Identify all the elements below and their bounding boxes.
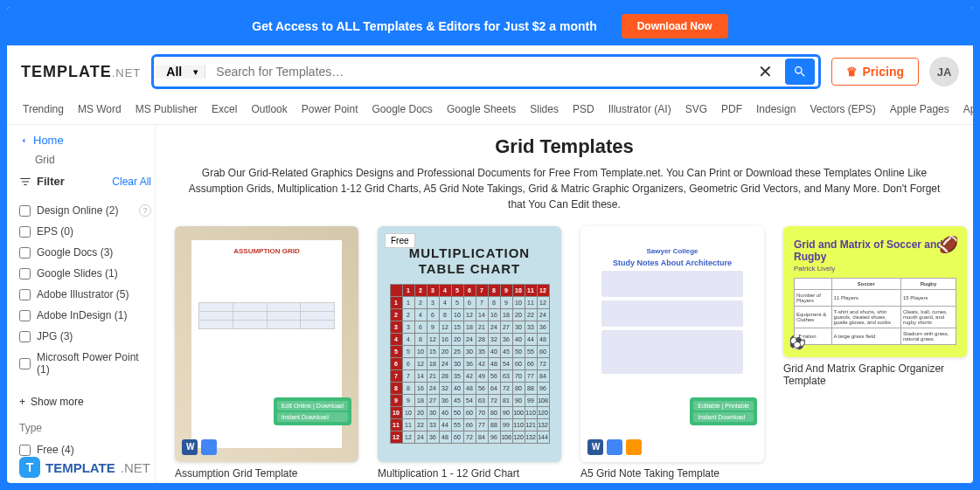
logo[interactable]: TEMPLATE.NET bbox=[21, 63, 141, 81]
sidebar: Home Grid Filter Clear All Design Online… bbox=[7, 125, 156, 483]
template-thumbnail: 🏈 ⚽ Grid and Matrix of Soccer and Rugby … bbox=[783, 226, 967, 357]
type-section-title: Type bbox=[19, 422, 151, 434]
filter-item[interactable]: Microsoft Power Point (1) bbox=[19, 347, 151, 380]
filter-label: Microsoft Power Point (1) bbox=[37, 351, 151, 376]
filter-checkbox[interactable] bbox=[19, 289, 31, 300]
breadcrumb-current: Grid bbox=[35, 154, 151, 166]
nav-item[interactable]: PDF bbox=[721, 103, 742, 115]
search-bar: All ✕ bbox=[151, 54, 820, 89]
nav-item[interactable]: MS Word bbox=[78, 103, 122, 115]
pages-icon bbox=[626, 439, 642, 455]
template-title: Multiplication 1 - 12 Grid Chart bbox=[378, 467, 561, 480]
nav-item[interactable]: Vectors (EPS) bbox=[810, 103, 875, 115]
search-input[interactable] bbox=[205, 57, 748, 86]
filter-checkbox[interactable] bbox=[19, 268, 31, 280]
word-icon bbox=[587, 439, 603, 455]
promo-bar: Get Access to ALL Templates & Editors fo… bbox=[7, 7, 973, 45]
format-badges bbox=[182, 439, 217, 455]
filter-label: Google Slides (1) bbox=[37, 267, 118, 280]
show-more-button[interactable]: +Show more bbox=[19, 392, 151, 411]
filter-item[interactable]: Google Docs (3) bbox=[19, 242, 151, 263]
filter-checkbox[interactable] bbox=[19, 358, 31, 369]
template-grid: ASSUMPTION GRID Edit Online | DownloadIn… bbox=[175, 226, 954, 480]
edit-download-button[interactable]: Editable | PrintableInstant Download bbox=[690, 397, 757, 425]
template-card[interactable]: 🏈 ⚽ Grid and Matrix of Soccer and Rugby … bbox=[783, 226, 967, 480]
template-thumbnail: Sawyer College Study Notes About Archite… bbox=[580, 226, 764, 462]
nav-item[interactable]: Google Docs bbox=[372, 103, 433, 115]
template-card[interactable]: Free MULTIPLICATIONTABLE CHART 123456789… bbox=[378, 226, 561, 480]
pricing-button[interactable]: ♛ Pricing bbox=[831, 58, 919, 86]
nav-item[interactable]: SVG bbox=[685, 103, 707, 115]
nav-item[interactable]: Apple Numbers bbox=[963, 103, 973, 115]
soccer-icon: ⚽ bbox=[789, 334, 806, 350]
free-badge: Free bbox=[385, 233, 415, 248]
logo-main: TEMPLATE bbox=[21, 63, 112, 80]
filter-item[interactable]: Adobe Illustrator (5) bbox=[19, 284, 151, 305]
plus-icon: + bbox=[19, 396, 25, 408]
logo-suffix: .NET bbox=[112, 66, 142, 79]
nav-item[interactable]: Excel bbox=[212, 103, 237, 115]
filter-label: Free (4) bbox=[37, 444, 74, 456]
filter-icon bbox=[19, 176, 31, 188]
thumb-subhead: Sawyer College bbox=[601, 247, 744, 255]
watermark-suffix: .NET bbox=[121, 460, 150, 475]
nav-item[interactable]: Illustrator (AI) bbox=[608, 103, 671, 115]
template-title: Grid And Matrix Graphic Organizer Templa… bbox=[783, 362, 967, 387]
template-title: Assumption Grid Template bbox=[175, 467, 358, 480]
nav-item[interactable]: Indesign bbox=[756, 103, 796, 115]
football-icon: 🏈 bbox=[939, 235, 958, 254]
nav-item[interactable]: Trending bbox=[23, 103, 64, 115]
clear-search-button[interactable]: ✕ bbox=[749, 61, 782, 82]
search-icon bbox=[793, 65, 807, 79]
filter-checkbox[interactable] bbox=[19, 331, 31, 342]
search-button[interactable] bbox=[785, 59, 815, 85]
nav-item[interactable]: PSD bbox=[573, 103, 594, 115]
filter-checkbox[interactable] bbox=[19, 445, 31, 456]
filter-item[interactable]: EPS (0) bbox=[19, 221, 151, 242]
page-description: Grab Our Grid-Related Graphics Designs a… bbox=[175, 165, 954, 212]
filter-title: Filter bbox=[19, 175, 65, 188]
clear-all-link[interactable]: Clear All bbox=[112, 176, 151, 188]
nav-item[interactable]: Google Sheets bbox=[447, 103, 516, 115]
word-icon bbox=[182, 439, 198, 455]
filter-item[interactable]: Adobe InDesign (1) bbox=[19, 305, 151, 326]
nav-item[interactable]: MS Publisher bbox=[136, 103, 198, 115]
help-icon[interactable]: ? bbox=[139, 204, 151, 217]
filter-item[interactable]: Google Slides (1) bbox=[19, 263, 151, 284]
promo-text: Get Access to ALL Templates & Editors fo… bbox=[252, 19, 596, 33]
filter-checkbox[interactable] bbox=[19, 226, 31, 238]
gdoc-icon bbox=[201, 439, 217, 455]
nav-item[interactable]: Power Point bbox=[302, 103, 358, 115]
category-select[interactable]: All bbox=[154, 65, 205, 79]
filter-label: Adobe Illustrator (5) bbox=[37, 288, 129, 300]
nav-item[interactable]: Apple Pages bbox=[890, 103, 949, 115]
category-nav: TrendingMS WordMS PublisherExcelOutlookP… bbox=[7, 98, 973, 125]
edit-download-button[interactable]: Edit Online | DownloadInstant Download bbox=[274, 397, 351, 425]
filter-checkbox[interactable] bbox=[19, 247, 31, 259]
watermark: T TEMPLATE.NET bbox=[19, 457, 150, 478]
promo-cta-button[interactable]: Download Now bbox=[622, 14, 728, 38]
watermark-main: TEMPLATE bbox=[45, 460, 115, 475]
header: TEMPLATE.NET All ✕ ♛ Pricing JA bbox=[7, 45, 973, 98]
thumb-heading: Grid and Matrix of Soccer and Rugby bbox=[794, 238, 956, 264]
template-card[interactable]: Sawyer College Study Notes About Archite… bbox=[580, 226, 764, 480]
filter-item[interactable]: JPG (3) bbox=[19, 326, 151, 347]
filter-checkbox[interactable] bbox=[19, 310, 31, 321]
filter-item[interactable]: Design Online (2)? bbox=[19, 200, 151, 221]
thumb-heading: Study Notes About Architecture bbox=[601, 259, 744, 267]
template-thumbnail: ASSUMPTION GRID Edit Online | DownloadIn… bbox=[175, 226, 358, 462]
breadcrumb-home[interactable]: Home bbox=[19, 134, 151, 147]
filter-label: Google Docs (3) bbox=[37, 246, 113, 259]
thumb-author: Patrick Lively bbox=[794, 265, 835, 273]
template-card[interactable]: ASSUMPTION GRID Edit Online | DownloadIn… bbox=[175, 226, 358, 480]
watermark-icon: T bbox=[19, 457, 40, 478]
main-content: Grid Templates Grab Our Grid-Related Gra… bbox=[156, 125, 973, 483]
breadcrumb-home-label: Home bbox=[33, 134, 64, 147]
nav-item[interactable]: Outlook bbox=[251, 103, 287, 115]
template-title: A5 Grid Note Taking Template bbox=[580, 467, 764, 480]
filter-label: JPG (3) bbox=[37, 330, 73, 342]
filter-checkbox[interactable] bbox=[19, 205, 31, 217]
nav-item[interactable]: Slides bbox=[530, 103, 559, 115]
chevron-left-icon bbox=[19, 136, 28, 145]
avatar[interactable]: JA bbox=[929, 57, 959, 86]
